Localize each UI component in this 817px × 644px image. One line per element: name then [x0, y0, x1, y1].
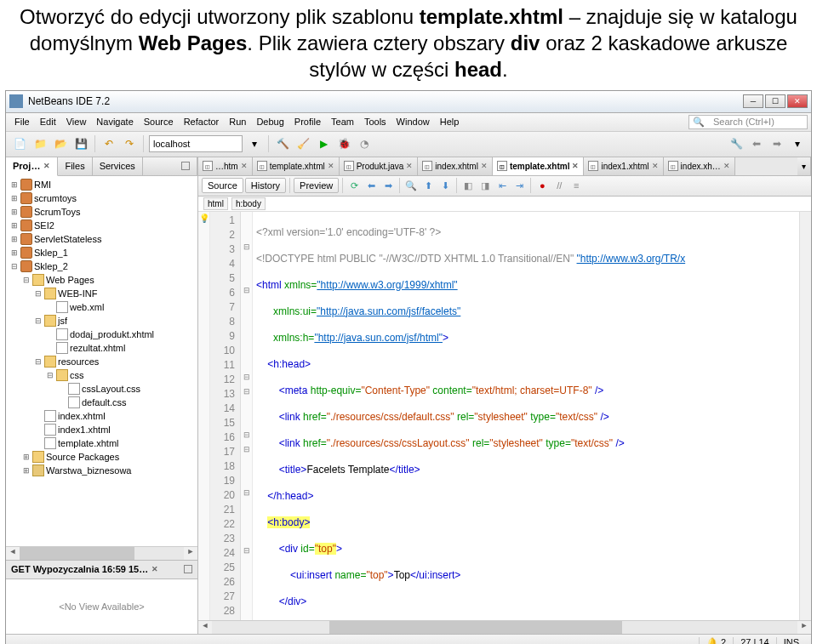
nav-fwd-icon[interactable]: ➡ [768, 135, 786, 152]
tree-item[interactable]: ⊟resources [6, 355, 197, 368]
code-editor[interactable]: 💡 12345678910111213141516171819202122232… [198, 212, 811, 620]
minimize-button[interactable]: ─ [743, 94, 763, 108]
run-combo-icon[interactable]: ▾ [246, 135, 263, 152]
breadcrumb[interactable]: html h:body [198, 197, 811, 212]
fold-gutter[interactable]: ⊟⊟⊟⊟⊟⊟⊟⊟ [241, 212, 253, 620]
redo-icon[interactable]: ↷ [121, 135, 138, 152]
tree-item[interactable]: ⊞Source Packages [6, 450, 197, 464]
crumb-html[interactable]: html [203, 197, 228, 210]
menu-debug[interactable]: Debug [251, 117, 289, 127]
tree-item[interactable]: rezultat.xhtml [6, 341, 197, 355]
menu-refactor[interactable]: Refactor [179, 117, 225, 127]
file-tab[interactable]: ◫template.xhtml✕ [493, 157, 585, 176]
tree-item[interactable]: ⊞ServletStateless [6, 232, 197, 246]
mode-history-button[interactable]: History [245, 178, 286, 193]
error-stripe[interactable] [799, 212, 811, 620]
open-project-icon[interactable]: 📂 [52, 135, 69, 152]
maximize-button[interactable]: ☐ [765, 94, 786, 108]
file-tab[interactable]: ◫index.xhtml✕ [418, 157, 493, 175]
editor-toolbar: Source History Preview ⟳ ⬅ ➡ 🔍 ⬆ ⬇ ◧ ◨ ⇤… [198, 176, 811, 197]
tree-item[interactable]: index1.xhtml [6, 423, 197, 436]
tree-item[interactable]: ⊞RMI [6, 178, 197, 191]
tree-item[interactable]: ⊞Sklep_1 [6, 246, 197, 259]
tree-item[interactable]: cssLayout.css [6, 382, 197, 396]
back-icon[interactable]: ⬅ [363, 178, 379, 193]
menu-help[interactable]: Help [435, 117, 465, 127]
tree-item[interactable]: ⊞SEI2 [6, 219, 197, 232]
file-tab[interactable]: ◫Produkt.java✕ [340, 157, 419, 175]
run-icon[interactable]: ▶ [315, 135, 332, 152]
profile-icon[interactable]: ◔ [356, 135, 373, 152]
build-icon[interactable]: 🔨 [274, 135, 291, 152]
line-numbers: 1234567891011121314151617181920212223242… [210, 212, 241, 620]
title-bar[interactable]: NetBeans IDE 7.2 ─ ☐ ✕ [6, 91, 811, 113]
macro-rec-icon[interactable]: ● [534, 178, 550, 193]
config-combo[interactable]: localhost [149, 135, 243, 152]
prev-icon[interactable]: ⬆ [420, 178, 436, 193]
shift-right-icon[interactable]: ⇥ [511, 178, 527, 193]
refresh-icon[interactable]: ⟳ [346, 178, 362, 193]
menu-file[interactable]: File [9, 117, 35, 127]
panel-dock-icon[interactable] [143, 157, 197, 175]
tree-item[interactable]: ⊟jsf [6, 314, 197, 328]
new-file-icon[interactable]: 📄 [11, 135, 28, 152]
tree-item[interactable]: ⊟css [6, 368, 197, 382]
comment-icon[interactable]: // [551, 178, 567, 193]
quick-search-input[interactable]: 🔍 Search (Ctrl+I) [688, 115, 808, 129]
tree-item[interactable]: dodaj_produkt.xhtml [6, 328, 197, 341]
save-all-icon[interactable]: 💾 [72, 135, 89, 152]
tree-item[interactable]: ⊞ScrumToys [6, 205, 197, 219]
tree-item[interactable]: default.css [6, 396, 197, 409]
menu-navigate[interactable]: Navigate [91, 117, 138, 127]
nav-back-icon[interactable]: ⬅ [748, 135, 765, 152]
menu-edit[interactable]: Edit [35, 117, 61, 127]
tree-item[interactable]: template.xhtml [6, 436, 197, 450]
tree-item[interactable]: ⊞Warstwa_biznesowa [6, 464, 197, 477]
menu-team[interactable]: Team [326, 117, 359, 127]
file-tab[interactable]: ◫index1.xhtml✕ [584, 157, 663, 175]
tab-services[interactable]: Services [93, 157, 143, 175]
toggle-hl-icon[interactable]: ◧ [460, 178, 476, 193]
code-text[interactable]: <?xml version='1.0' encoding='UTF-8' ?> … [253, 212, 799, 620]
project-tree[interactable]: ⊞RMI⊞scrumtoys⊞ScrumToys⊞SEI2⊞ServletSta… [6, 176, 197, 546]
tree-item[interactable]: web.xml [6, 300, 197, 314]
fwd-icon[interactable]: ➡ [380, 178, 396, 193]
menu-run[interactable]: Run [224, 117, 251, 127]
status-notifications[interactable]: 🔔 2 [699, 637, 733, 644]
mode-source-button[interactable]: Source [202, 178, 243, 193]
file-tab[interactable]: ◫template.xhtml✕ [253, 157, 340, 175]
debug-icon[interactable]: 🐞 [335, 135, 352, 152]
clean-build-icon[interactable]: 🧹 [294, 135, 311, 152]
menu-window[interactable]: Window [391, 117, 435, 127]
uncomment-icon[interactable]: ≡ [568, 178, 584, 193]
tree-item[interactable]: ⊟Web Pages [6, 273, 197, 287]
dropdown-icon[interactable]: ▾ [789, 135, 806, 152]
find-sel-icon[interactable]: 🔍 [403, 178, 419, 193]
menu-profile[interactable]: Profile [289, 117, 326, 127]
toggle-bm-icon[interactable]: ◨ [477, 178, 493, 193]
menu-view[interactable]: View [61, 117, 92, 127]
mode-preview-button[interactable]: Preview [294, 178, 339, 193]
shift-left-icon[interactable]: ⇤ [494, 178, 510, 193]
main-toolbar: 📄 📁 📂 💾 ↶ ↷ localhost ▾ 🔨 🧹 ▶ 🐞 ◔ 🔧 ⬅ ➡ … [6, 132, 811, 157]
undo-icon[interactable]: ↶ [100, 135, 117, 152]
tab-projects[interactable]: Proj…✕ [6, 157, 58, 176]
close-button[interactable]: ✕ [787, 94, 808, 108]
tree-hscroll[interactable]: ◄► [6, 546, 197, 560]
tree-item[interactable]: ⊟WEB-INF [6, 287, 197, 300]
tree-item[interactable]: ⊞scrumtoys [6, 191, 197, 205]
new-project-icon[interactable]: 📁 [31, 135, 49, 152]
navigator-tab[interactable]: GET Wypozyczalnia 16:59 15…✕ [6, 561, 197, 579]
hammer-icon[interactable]: 🔧 [728, 135, 745, 152]
editor-hscroll[interactable]: ◄► [198, 620, 811, 634]
menu-source[interactable]: Source [139, 117, 179, 127]
more-tabs-icon[interactable]: ▾ [797, 157, 811, 175]
file-tab[interactable]: ◫index.xh…✕ [664, 157, 735, 175]
tab-files[interactable]: Files [58, 157, 92, 175]
menu-tools[interactable]: Tools [359, 117, 391, 127]
crumb-body[interactable]: h:body [231, 197, 266, 210]
tree-item[interactable]: index.xhtml [6, 409, 197, 423]
tree-item[interactable]: ⊟Sklep_2 [6, 259, 197, 273]
next-icon[interactable]: ⬇ [437, 178, 453, 193]
file-tab[interactable]: ◫…htm✕ [198, 157, 253, 175]
